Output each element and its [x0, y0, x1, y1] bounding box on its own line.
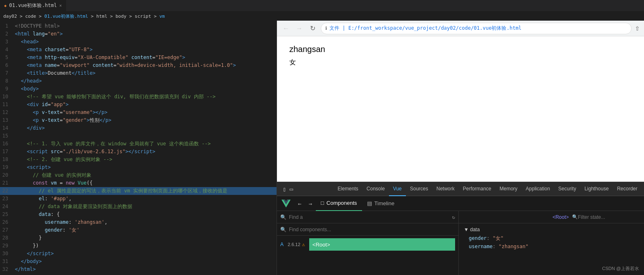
code-line: 11 <div id="app"> [0, 101, 277, 109]
page-gender: 女 [289, 58, 632, 67]
filter-icon: 🔍 [572, 214, 578, 220]
state-field: username: "zhangsan" [464, 244, 639, 249]
code-line: 24 // data 对象就是要渲染到页面上的数据 [0, 203, 277, 211]
inspect-icon[interactable]: ▯ [283, 186, 286, 192]
devtools-tab-security[interactable]: Security [554, 182, 580, 196]
code-line: 25 data: { [0, 211, 277, 218]
code-line: 20 // 创建 vue 的实例对象 [0, 171, 277, 179]
code-line: 5 <meta http-equiv="X-UA-Compatible" con… [0, 54, 277, 62]
code-line: 27 gender: '女' [0, 226, 277, 234]
code-line: 16 <!-- 1. 导入 vue 的库文件，在 window 全局就有了 vu… [0, 140, 277, 148]
code-line: 3 <head> [0, 38, 277, 46]
code-line: 7 <title>Document</title> [0, 69, 277, 77]
code-line: 10 <!-- 希望 vue 能够控制下面的这个 div, 帮我们在把数据填充到… [0, 93, 277, 101]
forward-button[interactable]: → [294, 24, 304, 33]
warn-icon: ⚠ [302, 242, 305, 247]
components-icon: □ [321, 200, 324, 206]
code-line: 6 <meta name="viewport" content="width=d… [0, 62, 277, 69]
devtools-tab-lighthouse[interactable]: Lighthouse [580, 182, 613, 196]
filter-state-input[interactable] [578, 214, 640, 220]
back-button[interactable]: ← [281, 24, 291, 33]
root-component-label: <Root> [312, 242, 330, 248]
code-line: 8 </head> [0, 77, 277, 85]
tab-bar: ◆ 01.vue初体验.html × [0, 0, 644, 12]
version-badge: 2.6.12 ⚠ [285, 241, 308, 248]
find-input[interactable] [289, 214, 450, 220]
version-text: 2.6.12 [288, 242, 301, 247]
root-label: <Root> [553, 214, 569, 220]
code-line: 31 </body> [0, 258, 277, 266]
devtools-tab-network[interactable]: Network [432, 182, 459, 196]
devtools-tabs: ▯ ▭ ElementsConsoleVueSourcesNetworkPerf… [277, 182, 644, 196]
devtools-tab-console[interactable]: Console [363, 182, 389, 196]
device-icon[interactable]: ▭ [289, 186, 293, 192]
devtools-tab-vue[interactable]: Vue [389, 182, 406, 196]
components-search-bar: 🔍 [277, 223, 458, 236]
close-tab-icon[interactable]: × [60, 3, 62, 8]
state-field: gender: "女" [464, 235, 639, 242]
vue-back-btn[interactable]: ← [294, 198, 305, 209]
timeline-icon: ▤ [367, 200, 372, 206]
code-line: 22 // el 属性是固定的写法，表示当前 vm 实例要控制页面上的哪个区域，… [0, 187, 277, 195]
devtools-tab-performance[interactable]: Performance [459, 182, 496, 196]
code-line: 28 } [0, 234, 277, 242]
devtools-content: 🔍 ↻ 🔍 A 2.6.12 [277, 211, 644, 275]
find-instance-bar: 🔍 ↻ [277, 211, 458, 223]
code-editor-panel: 1<!DOCTYPE html>2<html lang="en">3 <head… [0, 21, 277, 275]
watermark: CSDN @上善若水 [602, 266, 639, 272]
browser-content: zhangsan 女 [277, 36, 644, 182]
reload-button[interactable]: ↻ [308, 24, 317, 33]
code-line: 4 <meta charset="UTF-8"> [0, 46, 277, 54]
code-line: 32</html> [0, 266, 277, 273]
tab-label: 01.vue初体验.html [9, 2, 57, 9]
devtools-tab-sources[interactable]: Sources [406, 182, 432, 196]
code-line: 2<html lang="en"> [0, 30, 277, 38]
vue-subtabs: ← → □ Components ▤ Timeline [277, 196, 644, 211]
devtools-tab-recorder[interactable]: Recorder [613, 182, 642, 196]
vue-logo [280, 198, 292, 209]
devtools-right-header: <Root> 🔍 [459, 211, 644, 223]
code-line: 26 username: 'zhangsan', [0, 218, 277, 226]
code-line: 9 <body> [0, 85, 277, 93]
devtools-left-panel: 🔍 ↻ 🔍 A 2.6.12 [277, 211, 459, 275]
root-component-item[interactable]: <Root> [309, 238, 455, 251]
devtools-tab-application[interactable]: Application [522, 182, 554, 196]
code-line: 30 </script> [0, 250, 277, 258]
components-search-input[interactable] [289, 227, 455, 232]
browser-panel: ← → ↻ ℹ 文件 | E:/front_workspace/vue_proj… [277, 21, 644, 275]
devtools-tab-memory[interactable]: Memory [496, 182, 522, 196]
code-line: 23 el: '#app', [0, 195, 277, 203]
code-line: 14 </div> [0, 124, 277, 132]
dock-icons: ▯ ▭ [279, 186, 296, 192]
refresh-icon[interactable]: ↻ [452, 214, 455, 220]
code-line: 1<!DOCTYPE html> [0, 22, 277, 30]
main-split: 1<!DOCTYPE html>2<html lang="en">3 <head… [0, 21, 644, 275]
breadcrumb-text: day02 > code > 01.vue初体验.html > html > b… [3, 13, 165, 19]
code-line: 13 <p v-text="gender">性别</p> [0, 116, 277, 124]
app-label: A [280, 242, 284, 247]
code-line: 15 [0, 132, 277, 140]
subtab-timeline-label: Timeline [374, 200, 395, 206]
find-icon: 🔍 [280, 214, 286, 220]
state-section-data: ▼ data [464, 227, 639, 232]
code-line: 17 <script src="./lib/vue-2.6.12.js"></s… [0, 148, 277, 156]
code-line: 21 const vm = new Vue({ [0, 179, 277, 187]
subtab-timeline[interactable]: ▤ Timeline [362, 196, 400, 211]
lock-icon: ℹ [325, 26, 327, 31]
address-text: 文件 | E:/front_workspace/vue_project/day0… [329, 25, 627, 32]
vue-forward-btn[interactable]: → [305, 198, 316, 209]
components-search-icon: 🔍 [280, 227, 286, 232]
code-content[interactable]: 1<!DOCTYPE html>2<html lang="en">3 <head… [0, 21, 277, 275]
code-line: 19 <script> [0, 164, 277, 171]
page-username: zhangsan [289, 45, 632, 54]
code-line: 18 <!-- 2. 创建 vue 的实例对象 --> [0, 156, 277, 164]
devtools-panel: ▯ ▭ ElementsConsoleVueSourcesNetworkPerf… [277, 182, 644, 275]
devtools-tab-elements[interactable]: Elements [334, 182, 363, 196]
address-bar[interactable]: ℹ 文件 | E:/front_workspace/vue_project/da… [321, 23, 632, 34]
share-button[interactable]: ⇧ [635, 25, 640, 32]
browser-topbar: ← → ↻ ℹ 文件 | E:/front_workspace/vue_proj… [277, 21, 644, 36]
html-file-icon: ◆ [4, 3, 7, 8]
breadcrumb: day02 > code > 01.vue初体验.html > html > b… [0, 12, 644, 21]
editor-tab[interactable]: ◆ 01.vue初体验.html × [0, 0, 67, 11]
subtab-components[interactable]: □ Components [316, 196, 362, 211]
